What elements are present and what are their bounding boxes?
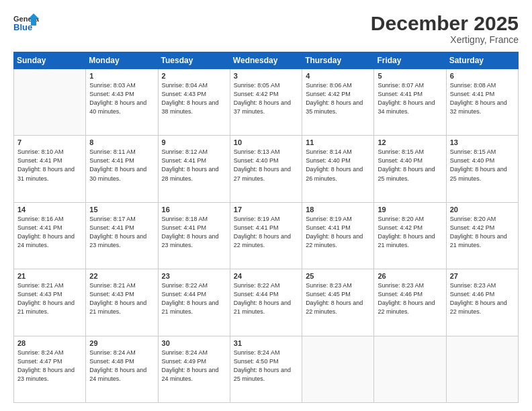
cell-info: Sunrise: 8:07 AMSunset: 4:41 PMDaylight:… [378,81,442,116]
calendar-cell: 29 Sunrise: 8:24 AMSunset: 4:48 PMDaylig… [86,336,158,402]
day-number: 24 [234,272,298,280]
calendar-day-header: Wednesday [230,52,302,69]
cell-info: Sunrise: 8:23 AMSunset: 4:45 PMDaylight:… [306,281,370,316]
calendar-day-header: Saturday [446,52,518,69]
day-number: 1 [89,72,154,80]
calendar-cell: 7 Sunrise: 8:10 AMSunset: 4:41 PMDayligh… [14,136,86,202]
svg-text:Blue: Blue [13,22,32,32]
logo: General Blue [13,12,39,36]
cell-info: Sunrise: 8:04 AMSunset: 4:43 PMDaylight:… [162,81,226,116]
cell-info: Sunrise: 8:12 AMSunset: 4:41 PMDaylight:… [162,148,226,183]
title-block: December 2025 Xertigny, France [371,12,519,45]
calendar-cell: 19 Sunrise: 8:20 AMSunset: 4:42 PMDaylig… [374,202,446,269]
calendar-cell: 27 Sunrise: 8:23 AMSunset: 4:46 PMDaylig… [446,269,518,336]
calendar-cell: 22 Sunrise: 8:21 AMSunset: 4:43 PMDaylig… [86,269,158,336]
calendar-cell: 6 Sunrise: 8:08 AMSunset: 4:41 PMDayligh… [446,69,518,136]
calendar-cell: 23 Sunrise: 8:22 AMSunset: 4:44 PMDaylig… [158,269,230,336]
calendar-header-row: SundayMondayTuesdayWednesdayThursdayFrid… [14,52,519,69]
calendar-day-header: Friday [374,52,446,69]
calendar-cell: 31 Sunrise: 8:24 AMSunset: 4:50 PMDaylig… [230,336,302,402]
day-number: 15 [89,205,154,214]
cell-info: Sunrise: 8:21 AMSunset: 4:43 PMDaylight:… [89,281,154,316]
calendar-cell [446,336,518,402]
calendar-body: 1 Sunrise: 8:03 AMSunset: 4:43 PMDayligh… [14,69,519,403]
header: General Blue December 2025 Xertigny, Fra… [13,12,519,45]
day-number: 20 [450,205,515,214]
calendar-cell: 26 Sunrise: 8:23 AMSunset: 4:46 PMDaylig… [374,269,446,336]
calendar-week-row: 14 Sunrise: 8:16 AMSunset: 4:41 PMDaylig… [14,202,519,269]
calendar-week-row: 7 Sunrise: 8:10 AMSunset: 4:41 PMDayligh… [14,136,519,202]
day-number: 18 [306,205,370,214]
day-number: 9 [162,138,226,146]
day-number: 2 [162,72,226,80]
cell-info: Sunrise: 8:24 AMSunset: 4:47 PMDaylight:… [17,349,82,383]
day-number: 23 [162,272,226,280]
day-number: 17 [234,205,298,214]
calendar-day-header: Tuesday [158,52,230,69]
day-number: 30 [162,339,226,347]
calendar-cell: 21 Sunrise: 8:21 AMSunset: 4:43 PMDaylig… [14,269,86,336]
cell-info: Sunrise: 8:10 AMSunset: 4:41 PMDaylight:… [17,148,82,183]
calendar-cell: 12 Sunrise: 8:15 AMSunset: 4:40 PMDaylig… [374,136,446,202]
calendar-cell: 2 Sunrise: 8:04 AMSunset: 4:43 PMDayligh… [158,69,230,136]
calendar-day-header: Monday [86,52,158,69]
cell-info: Sunrise: 8:22 AMSunset: 4:44 PMDaylight:… [162,281,226,316]
day-number: 19 [378,205,442,214]
day-number: 10 [234,138,298,146]
calendar-cell: 15 Sunrise: 8:17 AMSunset: 4:41 PMDaylig… [86,202,158,269]
calendar-cell: 9 Sunrise: 8:12 AMSunset: 4:41 PMDayligh… [158,136,230,202]
day-number: 27 [450,272,515,280]
calendar-cell: 13 Sunrise: 8:15 AMSunset: 4:40 PMDaylig… [446,136,518,202]
calendar-cell: 28 Sunrise: 8:24 AMSunset: 4:47 PMDaylig… [14,336,86,402]
cell-info: Sunrise: 8:06 AMSunset: 4:42 PMDaylight:… [306,81,370,116]
calendar-cell: 3 Sunrise: 8:05 AMSunset: 4:42 PMDayligh… [230,69,302,136]
cell-info: Sunrise: 8:18 AMSunset: 4:41 PMDaylight:… [162,215,226,250]
cell-info: Sunrise: 8:13 AMSunset: 4:40 PMDaylight:… [234,148,298,183]
calendar-cell [14,69,86,136]
calendar-cell: 16 Sunrise: 8:18 AMSunset: 4:41 PMDaylig… [158,202,230,269]
cell-info: Sunrise: 8:23 AMSunset: 4:46 PMDaylight:… [450,281,515,316]
month-title: December 2025 [371,12,519,34]
day-number: 16 [162,205,226,214]
cell-info: Sunrise: 8:23 AMSunset: 4:46 PMDaylight:… [378,281,442,316]
day-number: 6 [450,72,515,80]
day-number: 29 [89,339,154,347]
calendar-cell: 25 Sunrise: 8:23 AMSunset: 4:45 PMDaylig… [302,269,374,336]
day-number: 28 [17,339,82,347]
cell-info: Sunrise: 8:20 AMSunset: 4:42 PMDaylight:… [450,215,515,250]
cell-info: Sunrise: 8:05 AMSunset: 4:42 PMDaylight:… [234,81,298,116]
calendar-cell: 17 Sunrise: 8:19 AMSunset: 4:41 PMDaylig… [230,202,302,269]
calendar-cell: 5 Sunrise: 8:07 AMSunset: 4:41 PMDayligh… [374,69,446,136]
page: General Blue December 2025 Xertigny, Fra… [0,0,532,411]
cell-info: Sunrise: 8:16 AMSunset: 4:41 PMDaylight:… [17,215,82,250]
logo-svg: General Blue [13,12,39,36]
day-number: 22 [89,272,154,280]
calendar-cell: 8 Sunrise: 8:11 AMSunset: 4:41 PMDayligh… [86,136,158,202]
cell-info: Sunrise: 8:20 AMSunset: 4:42 PMDaylight:… [378,215,442,250]
calendar-week-row: 28 Sunrise: 8:24 AMSunset: 4:47 PMDaylig… [14,336,519,402]
cell-info: Sunrise: 8:03 AMSunset: 4:43 PMDaylight:… [89,81,154,116]
day-number: 5 [378,72,442,80]
day-number: 3 [234,72,298,80]
cell-info: Sunrise: 8:14 AMSunset: 4:40 PMDaylight:… [306,148,370,183]
day-number: 26 [378,272,442,280]
calendar-cell: 11 Sunrise: 8:14 AMSunset: 4:40 PMDaylig… [302,136,374,202]
day-number: 12 [378,138,442,146]
calendar-cell: 1 Sunrise: 8:03 AMSunset: 4:43 PMDayligh… [86,69,158,136]
day-number: 21 [17,272,82,280]
cell-info: Sunrise: 8:15 AMSunset: 4:40 PMDaylight:… [450,148,515,183]
calendar-cell: 24 Sunrise: 8:22 AMSunset: 4:44 PMDaylig… [230,269,302,336]
location: Xertigny, France [371,34,519,45]
day-number: 25 [306,272,370,280]
calendar-cell: 18 Sunrise: 8:19 AMSunset: 4:41 PMDaylig… [302,202,374,269]
cell-info: Sunrise: 8:24 AMSunset: 4:48 PMDaylight:… [89,349,154,383]
calendar-day-header: Thursday [302,52,374,69]
cell-info: Sunrise: 8:19 AMSunset: 4:41 PMDaylight:… [306,215,370,250]
day-number: 14 [17,205,82,214]
calendar-week-row: 21 Sunrise: 8:21 AMSunset: 4:43 PMDaylig… [14,269,519,336]
cell-info: Sunrise: 8:17 AMSunset: 4:41 PMDaylight:… [89,215,154,250]
day-number: 11 [306,138,370,146]
calendar-table: SundayMondayTuesdayWednesdayThursdayFrid… [13,52,519,403]
cell-info: Sunrise: 8:11 AMSunset: 4:41 PMDaylight:… [89,148,154,183]
cell-info: Sunrise: 8:24 AMSunset: 4:50 PMDaylight:… [234,349,298,383]
